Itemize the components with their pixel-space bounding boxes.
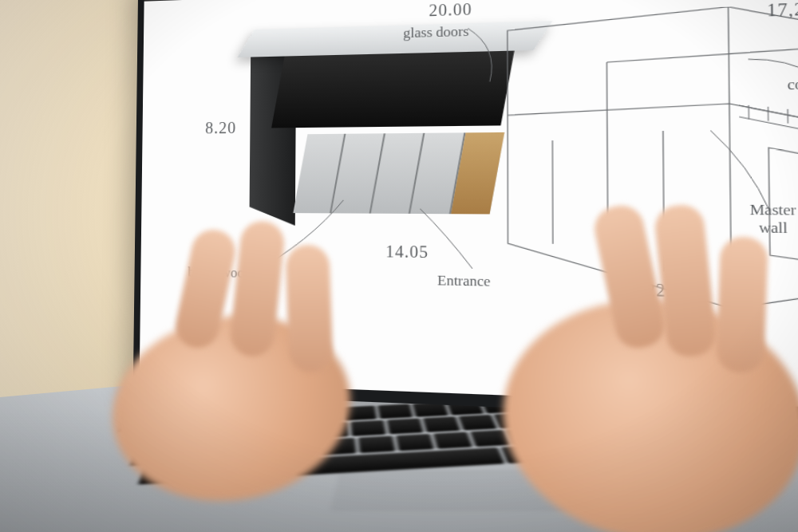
ann-glass-doors: glass doors — [403, 23, 468, 41]
dim-17-20: 17,20 — [767, 0, 798, 21]
ann-concrete: concrete — [788, 75, 798, 94]
ann-master-wall: Master wall — [750, 201, 797, 237]
ann-entrance: Entrance — [437, 272, 491, 290]
finger — [716, 236, 768, 373]
dim-8-20: 8.20 — [205, 119, 236, 138]
finger — [285, 244, 334, 373]
dim-14-05: 14.05 — [385, 242, 429, 262]
dim-20-00: 20.00 — [429, 0, 472, 20]
